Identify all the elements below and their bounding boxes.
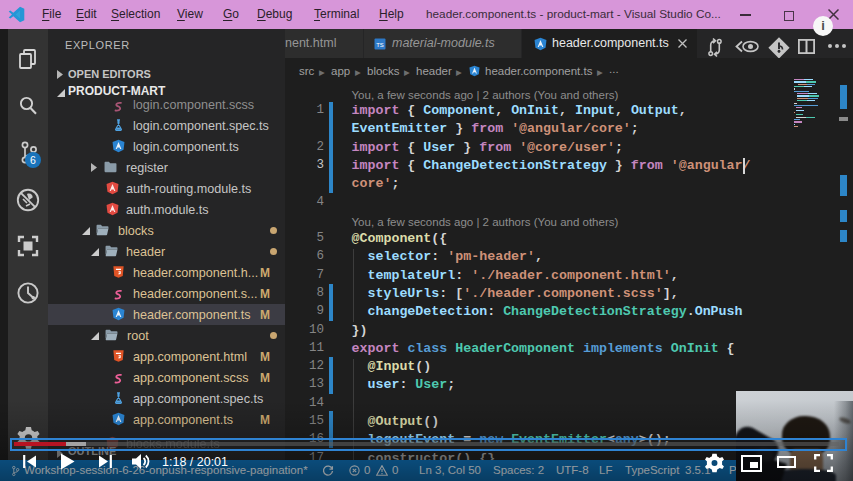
svg-text:TS: TS: [376, 42, 384, 48]
